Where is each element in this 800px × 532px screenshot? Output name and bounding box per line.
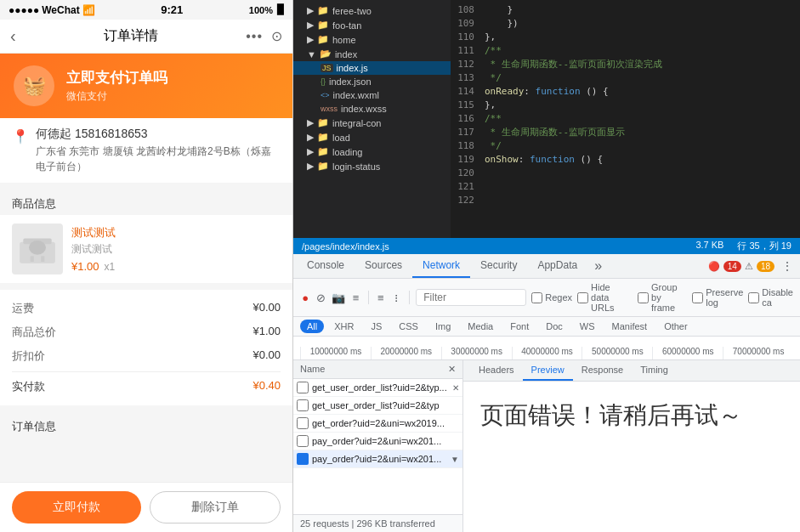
file-tree: ▶ 📁 feree-two ▶ 📁 foo-tan ▶ 📁 home ▼ 📂 i… [293, 0, 451, 238]
tab-preview[interactable]: Preview [523, 360, 573, 381]
devtools-settings-icon[interactable]: ⋮ [778, 259, 797, 273]
code-area[interactable]: } }) }, /** * 生命周期函数--监听页面初次渲染完成 */ onRe… [481, 0, 800, 238]
req-expand[interactable]: ▼ [451, 455, 459, 464]
regex-checkbox[interactable] [531, 292, 542, 303]
req-checkbox-1[interactable] [297, 382, 309, 393]
tree-item-home[interactable]: ▶ 📁 home [293, 32, 451, 47]
tab-timing[interactable]: Timing [632, 360, 677, 381]
tree-item-index-wxss[interactable]: wxss index.wxss [293, 102, 451, 116]
tree-item-index-json[interactable]: {} index.json [293, 75, 451, 88]
tree-label: index.wxml [333, 90, 379, 100]
shipping-val: ¥0.00 [252, 301, 281, 316]
tab-network[interactable]: Network [412, 254, 470, 278]
signal-dots: ●●●●● [9, 4, 39, 16]
menu-button[interactable]: ⊙ [271, 28, 282, 44]
view-list-button[interactable]: ≡ [375, 289, 386, 306]
tab-more-button[interactable]: » [587, 255, 609, 277]
goods-info: 测试测试 测试测试 ¥1.00 x1 [71, 225, 281, 273]
tree-item-loading[interactable]: ▶ 📁 loading [293, 144, 451, 159]
request-item-3[interactable]: get_order?uid=2&uni=wx2019... [293, 415, 462, 433]
req-name-4: pay_order?uid=2&uni=wx201... [312, 436, 441, 446]
req-name-3: get_order?uid=2&uni=wx2019... [312, 418, 445, 428]
request-item-5[interactable]: pay_order?uid=2&uni=wx201... ▼ [293, 450, 462, 468]
tab-security[interactable]: Security [470, 254, 527, 278]
tab-response[interactable]: Response [573, 360, 633, 381]
timeline-label-2: 20000000 ms [371, 347, 441, 359]
req-checkbox-3[interactable] [297, 417, 309, 429]
camera-button[interactable]: 📷 [332, 289, 345, 306]
wxss-icon: wxss [321, 105, 338, 113]
tree-item-index-js[interactable]: JS index.js [293, 61, 451, 75]
tree-item-foo-tan[interactable]: ▶ 📁 foo-tan [293, 18, 451, 32]
filter-media[interactable]: Media [461, 320, 500, 333]
preserve-log-check[interactable]: Preserve log [692, 287, 743, 308]
filter-font[interactable]: Font [503, 320, 536, 333]
order-content: 📍 何德起 15816818653 广东省 东莞市 塘厦镇 龙茜岭村龙埔路2号B… [0, 118, 292, 482]
filter-doc[interactable]: Doc [539, 320, 570, 333]
total-row: 实付款 ¥0.40 [12, 371, 281, 399]
filter-input[interactable] [416, 289, 526, 306]
svg-point-2 [29, 241, 46, 255]
filter-other[interactable]: Other [657, 320, 695, 333]
tab-appdata[interactable]: AppData [527, 254, 587, 278]
delete-button[interactable]: 删除订单 [150, 491, 281, 524]
hide-data-urls-checkbox[interactable] [577, 292, 588, 303]
request-item-4[interactable]: pay_order?uid=2&uni=wx201... [293, 433, 462, 450]
header-icons: ••• ⊙ [246, 28, 282, 44]
more-button[interactable]: ••• [246, 29, 263, 44]
code-line-111: /** [485, 44, 797, 58]
pay-button[interactable]: 立即付款 [12, 491, 141, 524]
network-main: Name ✕ get_user_order_list?uid=2&typ... … [293, 360, 800, 532]
hide-data-urls-check[interactable]: Hide data URLs [577, 282, 627, 313]
tree-item-index-wxml[interactable]: <> index.wxml [293, 88, 451, 102]
disable-cache-checkbox[interactable] [748, 292, 759, 303]
requests-panel: Name ✕ get_user_order_list?uid=2&typ... … [293, 360, 463, 532]
filter-all[interactable]: All [300, 320, 324, 333]
folder-icon: 📁 [317, 5, 329, 16]
group-frame-check[interactable]: Group by frame [638, 282, 687, 313]
tree-item-index[interactable]: ▼ 📂 index [293, 47, 451, 61]
filter-js[interactable]: JS [364, 320, 389, 333]
total-label: 实付款 [12, 379, 45, 394]
timeline-label-7: 70000000 ms [723, 347, 793, 359]
disable-cache-check[interactable]: Disable ca [748, 287, 793, 308]
stop-button[interactable]: ⊘ [316, 289, 327, 306]
filter-css[interactable]: CSS [392, 320, 425, 333]
request-item-2[interactable]: get_user_order_list?uid=2&typ [293, 397, 462, 415]
code-editor: ▶ 📁 feree-two ▶ 📁 foo-tan ▶ 📁 home ▼ 📂 i… [293, 0, 800, 238]
req-checkbox-2[interactable] [297, 399, 309, 411]
req-close-1[interactable]: ✕ [452, 383, 459, 393]
tab-sources[interactable]: Sources [355, 254, 412, 278]
timeline-labels: 10000000 ms 20000000 ms 30000000 ms 4000… [300, 347, 793, 359]
expand-icon: ▶ [307, 5, 314, 16]
back-button[interactable]: ‹ [10, 26, 16, 46]
tab-headers[interactable]: Headers [470, 360, 523, 381]
tree-label: index.js [337, 63, 368, 73]
filter-xhr[interactable]: XHR [327, 320, 360, 333]
tree-item-login-status[interactable]: ▶ 📁 login-status [293, 159, 451, 173]
tree-label: index.json [329, 76, 372, 87]
filter-button[interactable]: ≡ [350, 289, 361, 306]
goods-sub: 测试测试 [71, 242, 281, 257]
record-button[interactable]: ● [300, 289, 311, 306]
tree-item-integral-con[interactable]: ▶ 📁 integral-con [293, 116, 451, 130]
goods-item: 测试测试 测试测试 ¥1.00 x1 [12, 224, 281, 274]
close-header: ✕ [441, 360, 462, 378]
request-item-1[interactable]: get_user_order_list?uid=2&typ... ✕ [293, 379, 462, 397]
preserve-log-checkbox[interactable] [692, 292, 703, 303]
tree-item-feree-two[interactable]: ▶ 📁 feree-two [293, 3, 451, 18]
requests-list: get_user_order_list?uid=2&typ... ✕ get_u… [293, 379, 462, 514]
tree-item-load[interactable]: ▶ 📁 load [293, 130, 451, 144]
error-badge: 14 [723, 261, 741, 272]
devtools-tabs: Console Sources Network Security AppData… [293, 254, 800, 279]
filter-img[interactable]: Img [428, 320, 457, 333]
filter-ws[interactable]: WS [573, 320, 602, 333]
group-frame-checkbox[interactable] [638, 292, 649, 303]
tab-console[interactable]: Console [297, 254, 355, 278]
expand-icon: ▶ [307, 132, 314, 143]
req-checkbox-4[interactable] [297, 435, 309, 447]
filter-manifest[interactable]: Manifest [605, 320, 655, 333]
regex-check[interactable]: Regex [531, 292, 572, 303]
goods-qty: x1 [105, 261, 116, 273]
view-tree-button[interactable]: ⫶ [391, 289, 402, 306]
